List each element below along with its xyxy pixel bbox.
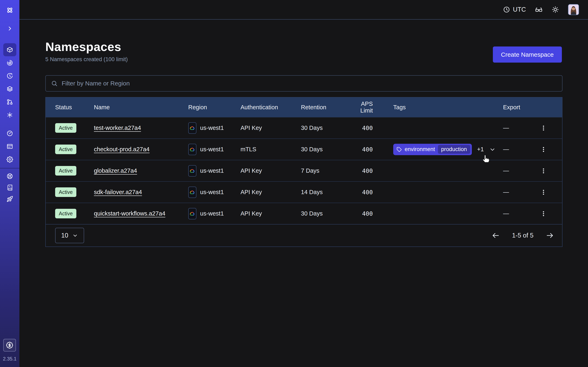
column-header-aps-limit: APS Limit — [348, 100, 373, 114]
region-label: us-west1 — [200, 125, 224, 131]
temporal-logo[interactable] — [3, 4, 16, 17]
timezone-selector[interactable]: UTC — [503, 6, 526, 13]
user-avatar[interactable] — [568, 4, 579, 15]
workflows-icon — [7, 59, 13, 66]
kebab-menu-icon — [540, 146, 547, 153]
row-actions-button[interactable] — [528, 146, 559, 153]
aps-limit-value: 400 — [348, 146, 373, 153]
billing-card-icon — [7, 143, 13, 150]
sidebar-item-namespaces[interactable] — [3, 43, 16, 56]
namespace-link[interactable]: sdk-failover.a27a4 — [94, 189, 142, 195]
aps-limit-value: 400 — [348, 189, 373, 196]
row-actions-button[interactable] — [528, 167, 559, 174]
gcp-cloud-icon — [188, 165, 196, 176]
batch-branch-icon — [7, 99, 13, 105]
app-version: 2.35.1 — [3, 356, 17, 362]
sidebar: 2.35.1 — [0, 0, 19, 367]
row-actions-button[interactable] — [528, 210, 559, 217]
schedules-timer-icon — [7, 73, 13, 79]
search-icon — [51, 80, 58, 87]
filter-input[interactable] — [62, 80, 557, 87]
theme-toggle-button[interactable] — [552, 6, 559, 13]
column-header-export: Export — [492, 104, 528, 111]
sidebar-item-billing[interactable] — [3, 140, 16, 153]
page-subtitle: 5 Namespaces created (100 limit) — [45, 56, 562, 63]
table-footer: 10 1-5 of 5 — [46, 224, 562, 247]
docs-book-icon — [7, 184, 13, 191]
usage-gauge-icon — [7, 130, 13, 137]
retention-label: 14 Days — [301, 189, 348, 196]
sidebar-item-deployments[interactable] — [3, 82, 16, 95]
sidebar-divider — [0, 168, 19, 168]
namespace-link[interactable]: checkout-prod.a27a4 — [94, 146, 149, 152]
next-page-button[interactable] — [546, 231, 554, 240]
table-header-row: Status Name Region Authentication Retent… — [46, 98, 562, 117]
sidebar-item-getting-started[interactable] — [3, 193, 16, 205]
sidebar-expand-button[interactable] — [3, 22, 16, 35]
aps-limit-value: 400 — [348, 167, 373, 174]
namespace-link[interactable]: globalizer.a27a4 — [94, 167, 137, 174]
tag-icon — [397, 147, 402, 152]
sidebar-item-workflows[interactable] — [3, 56, 16, 69]
row-actions-button[interactable] — [528, 189, 559, 196]
export-value: — — [492, 146, 528, 153]
topbar: UTC — [19, 0, 588, 20]
page-size-select[interactable]: 10 — [55, 228, 84, 243]
sidebar-item-batch-operations[interactable] — [3, 95, 16, 108]
tags-more-count: +1 — [477, 146, 484, 153]
namespaces-table: Status Name Region Authentication Retent… — [45, 97, 562, 247]
arrow-right-icon — [546, 231, 554, 240]
pricing-button[interactable] — [3, 339, 16, 351]
prev-page-button[interactable] — [492, 231, 500, 240]
gcp-cloud-icon — [188, 187, 196, 198]
page-title: Namespaces — [45, 40, 562, 54]
status-badge: Active — [55, 123, 76, 133]
table-row: Active checkout-prod.a27a4 us-west1 mTLS… — [46, 138, 562, 160]
gcp-cloud-icon — [188, 208, 196, 219]
table-row: Active globalizer.a27a4 us-west1 API Key… — [46, 160, 562, 181]
sidebar-item-settings[interactable] — [3, 153, 16, 166]
auth-label: API Key — [241, 210, 301, 217]
sidebar-item-usage[interactable] — [3, 127, 16, 140]
namespace-link[interactable]: test-worker.a27a4 — [94, 125, 141, 131]
namespace-link[interactable]: quickstart-workflows.a27a4 — [94, 210, 165, 217]
retention-label: 30 Days — [301, 125, 348, 131]
sidebar-item-support[interactable] — [3, 170, 16, 182]
retention-label: 7 Days — [301, 167, 348, 174]
kebab-menu-icon — [540, 167, 547, 174]
column-header-authentication: Authentication — [241, 104, 301, 111]
chevron-right-icon — [7, 25, 13, 32]
create-namespace-button[interactable]: Create Namespace — [493, 47, 562, 63]
auth-label: mTLS — [241, 146, 301, 153]
nexus-asterisk-icon — [7, 112, 13, 118]
column-header-tags: Tags — [373, 104, 492, 111]
sidebar-item-nexus[interactable] — [3, 108, 16, 122]
gcp-cloud-icon — [188, 144, 196, 155]
column-header-status: Status — [55, 104, 94, 111]
kebab-menu-icon — [540, 210, 547, 217]
getting-started-rocket-icon — [7, 196, 13, 202]
row-actions-button[interactable] — [528, 125, 559, 132]
tag-badge[interactable]: environment production — [393, 144, 472, 155]
aps-limit-value: 400 — [348, 125, 373, 132]
export-value: — — [492, 167, 528, 174]
page-size-value: 10 — [61, 232, 68, 239]
pagination-range: 1-5 of 5 — [512, 232, 534, 239]
sidebar-item-docs[interactable] — [3, 182, 16, 193]
sidebar-item-schedules[interactable] — [3, 69, 16, 82]
export-value: — — [492, 125, 528, 131]
chevron-down-icon — [72, 233, 78, 238]
namespaces-cube-icon — [7, 47, 13, 53]
arrow-left-icon — [492, 231, 500, 240]
region-label: us-west1 — [200, 189, 224, 196]
status-badge: Active — [55, 209, 76, 218]
table-row: Active quickstart-workflows.a27a4 us-wes… — [46, 203, 562, 224]
clock-icon — [503, 6, 510, 13]
auth-label: API Key — [241, 167, 301, 174]
retention-label: 30 Days — [301, 146, 348, 153]
status-badge: Active — [55, 166, 76, 175]
tag-key: environment — [405, 146, 435, 152]
labs-toggle-button[interactable] — [535, 6, 543, 13]
region-label: us-west1 — [200, 210, 224, 217]
status-badge: Active — [55, 145, 76, 154]
